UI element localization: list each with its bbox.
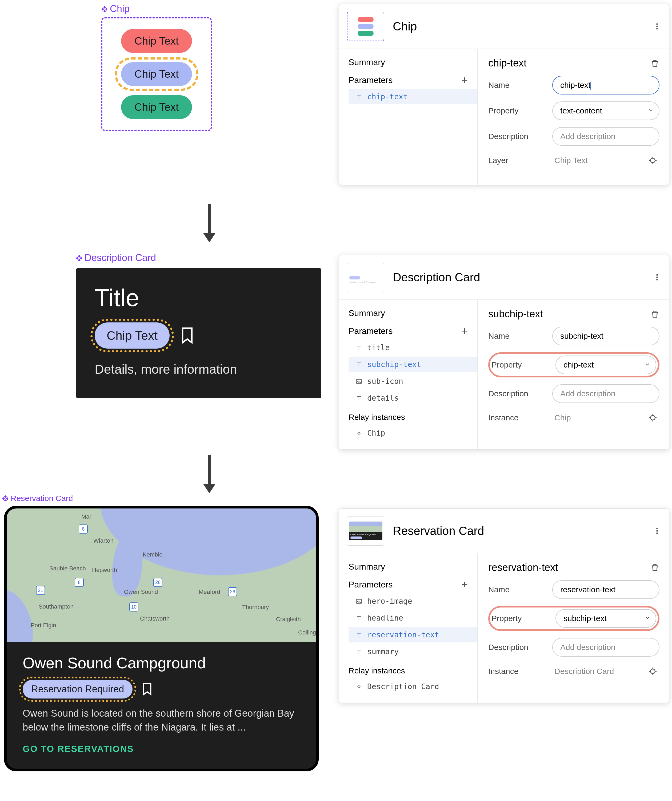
chevron-down-icon: [648, 107, 654, 114]
add-parameter-button[interactable]: +: [462, 75, 468, 85]
parameter-item[interactable]: details: [348, 391, 477, 406]
res-summary: Owen Sound is located on the southern sh…: [22, 706, 300, 734]
delete-parameter-button[interactable]: [650, 563, 659, 572]
locate-layer-button[interactable]: [648, 156, 658, 165]
svg-rect-15: [4, 499, 6, 501]
map-route-shield: 6: [75, 578, 84, 587]
field-label-name: Name: [488, 585, 544, 594]
summary-heading: Summary: [348, 562, 477, 572]
svg-point-18: [656, 28, 658, 30]
property-select[interactable]: chip-text: [555, 355, 656, 374]
svg-rect-7: [76, 257, 79, 259]
arrow-down-icon: [96, 203, 323, 243]
chip-variant-green: Chip Text: [121, 95, 192, 119]
instance-diamond-icon: [355, 429, 363, 437]
parameter-item[interactable]: subchip-text: [348, 357, 477, 372]
map-place-label: Thornbury: [242, 604, 269, 611]
map-place-label: Wiarton: [93, 537, 114, 544]
relay-instance-label: Chip: [367, 429, 385, 437]
svg-rect-9: [78, 259, 80, 261]
map-route-shield: 21: [36, 586, 45, 595]
parameter-item[interactable]: headline: [348, 610, 477, 626]
map-place-label: Hepworth: [92, 567, 117, 574]
relay-instance-item[interactable]: Description Card: [348, 679, 477, 694]
description-input[interactable]: Add description: [552, 384, 659, 403]
chip-variant-red: Chip Text: [121, 29, 192, 53]
property-select[interactable]: subchip-text: [555, 609, 656, 628]
map-place-label: Mar: [81, 513, 91, 520]
res-cta-link[interactable]: GO TO RESERVATIONS: [22, 744, 300, 754]
svg-rect-3: [103, 10, 106, 12]
field-label-description: Description: [488, 389, 544, 398]
parameter-item[interactable]: title: [348, 340, 477, 355]
delete-parameter-button[interactable]: [650, 59, 659, 68]
svg-point-37: [656, 532, 658, 534]
parameter-label: chip-text: [367, 92, 408, 101]
delete-parameter-button[interactable]: [650, 310, 659, 319]
locate-instance-button[interactable]: [648, 667, 658, 676]
map-route-shield: 26: [153, 578, 162, 587]
svg-rect-0: [103, 6, 106, 8]
field-label-layer: Layer: [488, 156, 544, 165]
field-label-instance: Instance: [488, 413, 544, 422]
more-menu-button[interactable]: [653, 273, 661, 281]
parameter-item[interactable]: summary: [348, 644, 477, 659]
parameter-item[interactable]: chip-text: [348, 89, 477, 105]
component-label-text: Chip: [110, 3, 130, 14]
svg-rect-1: [101, 8, 104, 10]
parameter-label: details: [367, 394, 399, 402]
component-label-text: Reservation Card: [11, 494, 73, 503]
res-headline: Owen Sound Campground: [22, 654, 300, 672]
more-menu-button[interactable]: [653, 23, 661, 31]
parameter-list: titlesubchip-textsub-icondetails: [348, 340, 477, 406]
description-input[interactable]: Add description: [552, 638, 659, 656]
text-type-icon: [355, 93, 363, 101]
diamond-quad-icon: [2, 495, 8, 501]
parameter-item[interactable]: hero-image: [348, 594, 477, 609]
text-type-icon: [355, 631, 363, 639]
panel-title: Description Card: [393, 271, 645, 284]
parameter-label: sub-icon: [367, 377, 403, 386]
more-menu-button[interactable]: [653, 527, 661, 535]
image-type-icon: [355, 597, 363, 605]
parameter-label: hero-image: [367, 597, 412, 606]
svg-rect-29: [358, 432, 360, 434]
name-input[interactable]: subchip-text: [552, 327, 659, 345]
panel-thumbnail: [347, 12, 384, 41]
description-input[interactable]: Add description: [552, 127, 659, 146]
parameters-heading: Parameters: [348, 75, 393, 85]
svg-point-24: [656, 274, 658, 276]
field-label-description: Description: [488, 643, 544, 652]
bookmark-icon: [180, 327, 194, 344]
add-parameter-button[interactable]: +: [462, 579, 468, 590]
relay-panel-res: Owen Sound Campground Reservation Card S…: [338, 508, 669, 703]
relay-panel-desc: Title Details, more information Descript…: [338, 255, 669, 449]
field-label-property: Property: [488, 106, 544, 115]
property-select[interactable]: text-content: [552, 101, 659, 120]
add-parameter-button[interactable]: +: [462, 326, 468, 336]
select-value: subchip-text: [563, 614, 607, 623]
locate-instance-button[interactable]: [648, 413, 658, 422]
svg-marker-5: [203, 233, 216, 242]
description-card: Title Chip Text Details, more informatio…: [76, 268, 321, 398]
component-label-res: Reservation Card: [2, 494, 73, 503]
map-place-label: Meaford: [199, 589, 220, 595]
relay-instance-item[interactable]: Chip: [348, 425, 477, 441]
text-type-icon: [355, 614, 363, 622]
name-input[interactable]: chip-text: [552, 76, 659, 95]
reservation-card: MarWiartonSauble BeachHepworthKembleOwen…: [4, 506, 319, 771]
panel-thumbnail: Owen Sound Campground: [347, 516, 384, 545]
map-place-label: Port Elgin: [30, 622, 56, 629]
diamond-quad-icon: [76, 255, 82, 261]
layer-value: Chip Text: [554, 156, 588, 165]
field-label-description: Description: [488, 132, 544, 141]
map-route-shield: 10: [129, 602, 138, 611]
chip-text: Chip Text: [135, 68, 179, 80]
svg-rect-13: [2, 497, 5, 500]
relay-instance-label: Description Card: [367, 682, 439, 691]
parameter-item[interactable]: sub-icon: [348, 374, 477, 389]
name-input[interactable]: reservation-text: [552, 580, 659, 599]
relay-instances-heading: Relay instances: [348, 666, 477, 675]
panel-title: Chip: [393, 20, 645, 33]
parameter-item[interactable]: reservation-text: [348, 627, 477, 642]
